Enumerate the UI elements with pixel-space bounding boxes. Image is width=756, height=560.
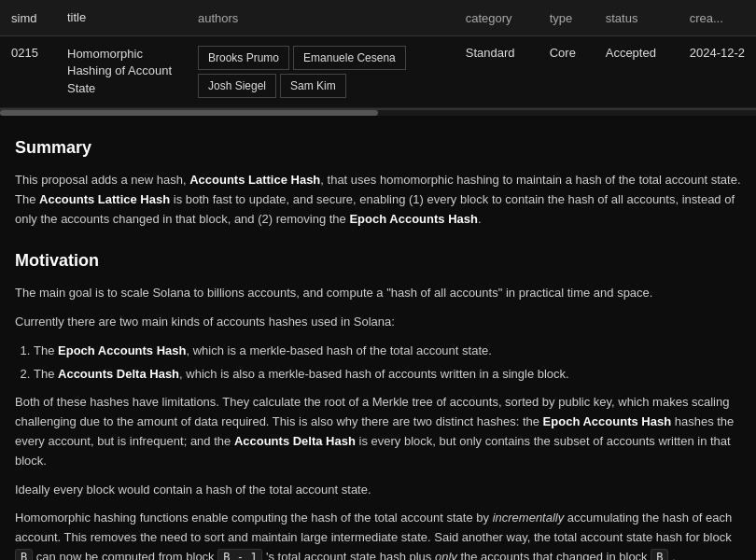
epoch-accounts-hash-li: Epoch Accounts Hash [58, 343, 186, 357]
summary-paragraph: This proposal adds a new hash, Accounts … [15, 171, 741, 229]
cell-simd: 0215 [0, 36, 56, 108]
li0-before: The [34, 343, 58, 357]
col-header-simd: simd [0, 0, 56, 36]
scroll-thumb[interactable] [0, 110, 378, 116]
simd-table: simd title authors category type status … [0, 0, 756, 110]
col-header-status: status [595, 0, 679, 36]
col-header-type: type [539, 0, 595, 36]
p5-mid3: 's total account state hash plus [262, 550, 435, 560]
motivation-list: The Epoch Accounts Hash, which is a merk… [34, 342, 741, 385]
motivation-heading: Motivation [15, 247, 741, 274]
list-item-0: The Epoch Accounts Hash, which is a merk… [34, 342, 741, 361]
epoch-accounts-hash-1: Epoch Accounts Hash [349, 212, 477, 226]
epoch-accounts-hash-p3: Epoch Accounts Hash [543, 414, 671, 428]
cell-title: Homomorphic Hashing of Account State [56, 36, 187, 108]
motivation-p4: Ideally every block would contain a hash… [15, 481, 741, 500]
cell-category: Standard [455, 36, 539, 108]
cell-authors: Brooks Prumo Emanuele Cesena Josh Siegel… [187, 36, 455, 108]
code-B-minus-1: B - 1 [217, 549, 262, 560]
accounts-lattice-hash-1: Accounts Lattice Hash [189, 173, 320, 187]
p5-end: the accounts that changed in block [457, 550, 651, 560]
li1-after: , which is also a merkle-based hash of a… [179, 367, 569, 381]
accounts-lattice-hash-2: Accounts Lattice Hash [39, 192, 170, 206]
col-header-title: title [56, 0, 187, 36]
content-area: Summary This proposal adds a new hash, A… [0, 116, 756, 560]
motivation-p2: Currently there are two main kinds of ac… [15, 313, 741, 332]
p5-mid2: can now be computed from block [33, 550, 217, 560]
p5-before: Homomorphic hashing functions enable com… [15, 511, 493, 525]
accounts-delta-hash-p3: Accounts Delta Hash [234, 434, 356, 448]
table-row[interactable]: 0215 Homomorphic Hashing of Account Stat… [0, 36, 756, 108]
col-header-created: crea... [679, 0, 756, 36]
summary-text-before: This proposal adds a new hash, [15, 173, 189, 187]
li0-after: , which is a merkle-based hash of the to… [187, 343, 492, 357]
cell-status: Accepted [595, 36, 679, 108]
motivation-p5: Homomorphic hashing functions enable com… [15, 509, 741, 560]
author-2: Josh Siegel [198, 74, 276, 98]
code-B2: B [651, 549, 668, 560]
li1-before: The [34, 367, 58, 381]
cell-created: 2024-12-2 [679, 36, 756, 108]
scroll-bar[interactable] [0, 110, 756, 116]
author-1: Emanuele Cesena [293, 46, 406, 70]
motivation-p1: The main goal is to scale Solana to bill… [15, 284, 741, 303]
cell-type: Core [539, 36, 595, 108]
p5-final: . [668, 550, 675, 560]
motivation-p3: Both of these hashes have limitations. T… [15, 393, 741, 470]
summary-heading: Summary [15, 134, 741, 161]
incrementally-text: incrementally [493, 511, 565, 525]
code-B1: B [15, 549, 33, 560]
col-header-category: category [455, 0, 539, 36]
accounts-delta-hash-li: Accounts Delta Hash [58, 367, 179, 381]
author-3: Sam Kim [280, 74, 346, 98]
author-0: Brooks Prumo [198, 46, 289, 70]
list-item-1: The Accounts Delta Hash, which is also a… [34, 365, 741, 385]
authors-list: Brooks Prumo Emanuele Cesena Josh Siegel… [198, 46, 443, 98]
only-text: only [435, 550, 457, 560]
summary-text-end: . [478, 212, 482, 226]
col-header-authors: authors [187, 0, 455, 36]
